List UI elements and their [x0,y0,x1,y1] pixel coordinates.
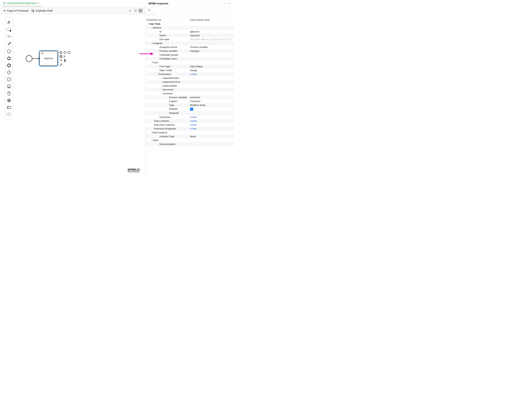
append-gateway-icon[interactable] [63,51,67,54]
subprocess-icon[interactable] [6,84,12,89]
duplicate-draft-button[interactable]: Duplicate Draft [31,9,53,12]
svg-rect-22 [68,51,70,54]
bpmn-file-icon [3,2,6,5]
tab-close-icon[interactable]: × [38,2,40,5]
intermediate-event-icon[interactable] [6,56,12,61]
connect-icon[interactable] [59,63,63,66]
prop-documentation[interactable]: Documentation [146,142,234,146]
duplicate-label: Duplicate Draft [36,9,53,12]
search-dropdown-icon[interactable]: ▾ [150,9,151,11]
inspector-header: BPMN Inspector ⋮ — [146,0,234,7]
inspector-search[interactable]: ▾ [146,7,234,13]
append-end-event-icon[interactable] [59,51,63,54]
space-tool-icon[interactable] [6,34,12,39]
annotation-icon[interactable] [63,55,67,58]
prop-param-document[interactable]: document [146,88,234,92]
prop-comment-editable[interactable]: Editable✓ [146,107,234,111]
prop-param-requestnumber[interactable]: requestNumber [146,76,234,80]
prop-name-field[interactable]: NameApproval [146,33,234,37]
prop-outcomes[interactable]: Outcomescreate [146,115,234,119]
svg-point-6 [140,10,140,11]
data-store-icon[interactable] [6,98,12,103]
svg-rect-3 [5,4,6,4]
prop-assignee[interactable]: Assignee [146,41,234,45]
sequence-flow[interactable] [32,59,40,59]
prop-multi-instance[interactable]: Multi Instance [146,131,234,134]
prop-param-expenseamount[interactable]: expenseAmount [146,80,234,84]
svg-point-20 [60,51,62,54]
divider-icon: — [157,14,159,17]
data-object-icon[interactable] [6,91,12,96]
copy-to-processes-button[interactable]: Copy to Processes [3,9,29,12]
prop-comment-caption[interactable]: CaptionComment [146,99,234,103]
duplicate-icon [31,9,35,12]
hand-tool-icon[interactable] [6,20,12,25]
tab-bar: reimbursement.draft.bpmn × ⋮ [0,0,146,7]
group-icon[interactable] [6,112,12,117]
lasso-tool-icon[interactable] [6,27,12,32]
view-split-button[interactable] [133,8,138,13]
svg-rect-18 [8,113,10,116]
prop-open-mode[interactable]: Open modeDialog [146,68,234,72]
gateway-icon[interactable] [6,70,12,75]
wrench-icon[interactable] [59,59,63,62]
user-task-node[interactable]: Approval [39,51,58,66]
required-checkbox[interactable] [190,111,193,114]
prop-form[interactable]: Form [146,61,234,65]
context-pad [59,51,71,66]
connect-tool-icon[interactable] [6,41,12,46]
prop-execution-listeners[interactable]: Execution Listenerscreate [146,123,234,127]
svg-point-27 [148,9,150,11]
prop-extension-properties[interactable]: Extension Propertiescreate [146,127,234,131]
view-diagram-button[interactable] [138,8,143,13]
collapse-icon[interactable] [152,14,155,17]
svg-point-16 [8,99,10,100]
prop-candidate-users[interactable]: Candidate users [146,57,234,61]
svg-rect-21 [64,51,66,54]
append-task-icon[interactable] [67,51,71,54]
prop-assignee-source[interactable]: Assignee sourceProcess variable [146,45,234,49]
inspector-minimize-icon[interactable]: — [227,2,231,5]
append-intermediate-icon[interactable] [59,55,63,58]
tab-menu-icon[interactable]: ⋮ [139,2,144,5]
user-task-icon [41,52,44,55]
inspector-pane: BPMN Inspector ⋮ — ▾ — Properties list E… [146,0,234,175]
svg-rect-12 [7,71,11,74]
task-label: Approval [44,57,53,60]
pool-icon[interactable] [6,105,12,110]
prop-process-variable[interactable]: Process variablemanager [146,49,234,53]
end-event-icon[interactable] [6,63,12,68]
prop-form-type[interactable]: Form typeInput dialog [146,65,234,68]
prop-comment-type[interactable]: TypeMultiline string [146,103,234,107]
col-value-label: Edit property value [190,19,210,21]
start-event-node[interactable] [26,55,32,62]
prop-user-task[interactable]: User Task [146,22,234,26]
copy-label: Copy to Processes [7,9,29,12]
start-event-icon[interactable] [6,49,12,54]
task-icon[interactable] [6,77,12,82]
prop-comment-pv[interactable]: Process Variablecomment [146,95,234,99]
svg-point-10 [8,57,10,60]
bpmn-canvas[interactable]: Approval [0,14,146,175]
view-list-button[interactable] [128,8,133,13]
prop-id[interactable]: Idapproval [146,30,234,33]
file-tab[interactable]: reimbursement.draft.bpmn × [1,0,41,7]
delete-icon[interactable] [63,59,67,62]
prop-param-comment[interactable]: comment [146,92,234,95]
inspector-menu-icon[interactable]: ⋮ [223,2,227,5]
prop-general[interactable]: General [146,26,234,30]
prop-comment-required[interactable]: Required [146,111,234,115]
prop-candidate-groups[interactable]: Candidate groups [146,53,234,57]
expand-icon[interactable] [148,14,150,17]
prop-parameters[interactable]: Parameterscreate [146,72,234,76]
prop-due-date[interactable]: Due dateISO 8601 date, e.g. 2011-03-11T1… [146,37,234,41]
bpmn-io-watermark: BPMN.iO [128,168,140,172]
inspector-column-headers: Properties list Edit property value [146,18,234,22]
bpmn-palette [5,18,13,119]
prop-task-listeners[interactable]: Task Listenerscreate [146,119,234,123]
editable-checkbox[interactable]: ✓ [190,108,193,111]
prop-other[interactable]: Other [146,138,234,142]
prop-instance-type[interactable]: Instance TypeNone [146,134,234,138]
svg-rect-17 [7,106,11,109]
prop-param-expensedate[interactable]: expenseDate [146,84,234,88]
